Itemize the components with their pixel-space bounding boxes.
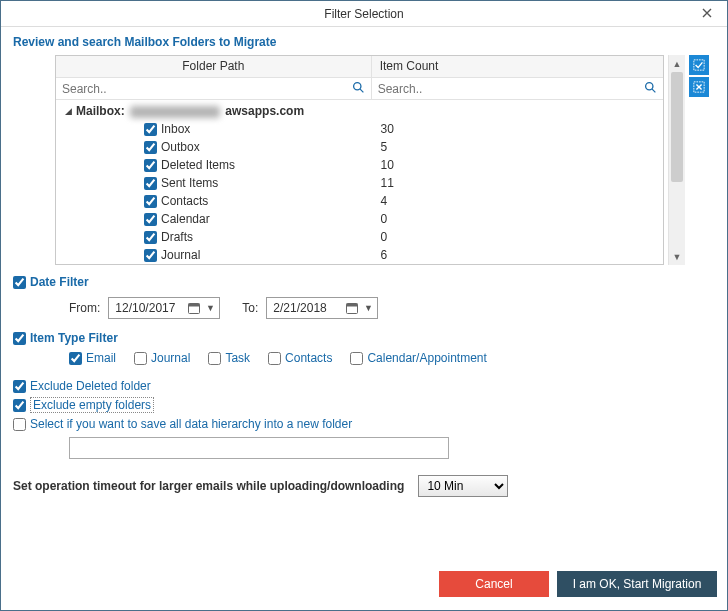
search-item-count[interactable]	[376, 80, 659, 98]
item-type-option[interactable]: Contacts	[268, 351, 332, 365]
folder-row[interactable]: Journal6	[62, 246, 663, 264]
chevron-down-icon[interactable]: ▼	[361, 303, 375, 313]
col-header-path[interactable]: Folder Path	[56, 56, 372, 77]
hierarchy-label: Select if you want to save all data hier…	[30, 417, 352, 431]
folder-grid: Folder Path Item Count	[55, 55, 664, 265]
grid-header: Folder Path Item Count	[56, 56, 663, 78]
svg-rect-7	[347, 304, 358, 307]
date-filter-row: From: 12/10/2017 ▼ To: 2/21/2018 ▼	[69, 297, 715, 319]
date-filter-toggle[interactable]: Date Filter	[13, 275, 715, 289]
date-to-label: To:	[242, 301, 258, 315]
folder-row[interactable]: Calendar0	[62, 210, 663, 228]
vertical-scrollbar[interactable]: ▲ ▼	[668, 55, 685, 265]
cancel-button[interactable]: Cancel	[439, 571, 549, 597]
folder-checkbox[interactable]	[144, 177, 157, 190]
root-suffix: awsapps.com	[225, 104, 304, 118]
date-from-label: From:	[69, 301, 100, 315]
folder-count: 10	[381, 158, 394, 172]
col-header-count[interactable]: Item Count	[372, 56, 663, 77]
folder-grid-area: Folder Path Item Count	[55, 55, 709, 265]
exclude-deleted-toggle[interactable]: Exclude Deleted folder	[13, 379, 715, 393]
check-all-icon	[693, 59, 705, 71]
folder-row[interactable]: Drafts0	[62, 228, 663, 246]
item-type-option[interactable]: Email	[69, 351, 116, 365]
timeout-label: Set operation timeout for larger emails …	[13, 479, 404, 493]
chevron-down-icon[interactable]: ▼	[203, 303, 217, 313]
scroll-down-icon[interactable]: ▼	[669, 248, 685, 265]
timeout-row: Set operation timeout for larger emails …	[13, 475, 715, 497]
item-type-option-checkbox[interactable]	[268, 352, 281, 365]
folder-count: 0	[381, 230, 388, 244]
folder-name: Inbox	[161, 122, 190, 136]
folder-name: Sent Items	[161, 176, 218, 190]
hierarchy-toggle[interactable]: Select if you want to save all data hier…	[13, 417, 715, 431]
scroll-thumb[interactable]	[671, 72, 683, 182]
scroll-up-icon[interactable]: ▲	[669, 55, 685, 72]
search-icon[interactable]	[644, 81, 657, 97]
date-filter-checkbox[interactable]	[13, 276, 26, 289]
timeout-select[interactable]: 10 Min	[418, 475, 508, 497]
item-type-option[interactable]: Calendar/Appointment	[350, 351, 486, 365]
hierarchy-folder-input[interactable]	[69, 437, 449, 459]
item-type-toggle[interactable]: Item Type Filter	[13, 331, 715, 345]
select-toggle-buttons	[689, 55, 709, 265]
scroll-track[interactable]	[669, 72, 685, 248]
item-type-option-checkbox[interactable]	[69, 352, 82, 365]
item-type-option-checkbox[interactable]	[134, 352, 147, 365]
item-type-option-label: Email	[86, 351, 116, 365]
start-migration-button[interactable]: I am OK, Start Migration	[557, 571, 717, 597]
folder-row[interactable]: Sent Items11	[62, 174, 663, 192]
folder-checkbox[interactable]	[144, 249, 157, 262]
close-button[interactable]	[693, 3, 721, 23]
svg-rect-2	[694, 60, 704, 70]
dialog-footer: Cancel I am OK, Start Migration	[1, 566, 727, 610]
hierarchy-checkbox[interactable]	[13, 418, 26, 431]
item-type-option[interactable]: Journal	[134, 351, 190, 365]
folder-row[interactable]: Outbox5	[62, 138, 663, 156]
calendar-icon[interactable]	[343, 299, 361, 317]
item-type-option-label: Task	[225, 351, 250, 365]
item-type-option-label: Contacts	[285, 351, 332, 365]
collapse-icon[interactable]: ◢	[62, 106, 74, 116]
svg-rect-5	[189, 304, 200, 307]
search-folder-path[interactable]	[60, 80, 367, 98]
mailbox-root-row[interactable]: ◢ Mailbox: awsapps.com	[62, 102, 663, 120]
svg-point-1	[646, 83, 653, 90]
filter-selection-dialog: Filter Selection Review and search Mailb…	[0, 0, 728, 611]
grid-body: ◢ Mailbox: awsapps.com Inbox30Outbox5Del…	[56, 100, 663, 264]
title-bar: Filter Selection	[1, 1, 727, 27]
folder-checkbox[interactable]	[144, 213, 157, 226]
folder-row[interactable]: Inbox30	[62, 120, 663, 138]
root-prefix: Mailbox:	[76, 104, 125, 118]
check-all-button[interactable]	[689, 55, 709, 75]
folder-checkbox[interactable]	[144, 141, 157, 154]
folder-count: 0	[381, 212, 388, 226]
calendar-icon[interactable]	[185, 299, 203, 317]
search-icon[interactable]	[352, 81, 365, 97]
close-icon	[702, 8, 712, 18]
folder-checkbox[interactable]	[144, 195, 157, 208]
folder-row[interactable]: Deleted Items10	[62, 156, 663, 174]
folder-row[interactable]: Contacts4	[62, 192, 663, 210]
exclude-deleted-checkbox[interactable]	[13, 380, 26, 393]
folder-checkbox[interactable]	[144, 123, 157, 136]
uncheck-all-button[interactable]	[689, 77, 709, 97]
item-type-option-checkbox[interactable]	[350, 352, 363, 365]
folder-count: 11	[381, 176, 394, 190]
exclude-empty-toggle[interactable]: Exclude empty folders	[13, 397, 715, 413]
window-title: Filter Selection	[324, 7, 403, 21]
date-to-value: 2/21/2018	[273, 301, 343, 315]
item-type-option-label: Journal	[151, 351, 190, 365]
item-type-option-checkbox[interactable]	[208, 352, 221, 365]
folder-checkbox[interactable]	[144, 159, 157, 172]
folder-count: 30	[381, 122, 394, 136]
date-from-field[interactable]: 12/10/2017 ▼	[108, 297, 220, 319]
date-to-field[interactable]: 2/21/2018 ▼	[266, 297, 378, 319]
folder-checkbox[interactable]	[144, 231, 157, 244]
item-type-checkbox[interactable]	[13, 332, 26, 345]
folder-count: 5	[381, 140, 388, 154]
folder-count: 4	[381, 194, 388, 208]
item-type-option[interactable]: Task	[208, 351, 250, 365]
folder-name: Deleted Items	[161, 158, 235, 172]
exclude-empty-checkbox[interactable]	[13, 399, 26, 412]
